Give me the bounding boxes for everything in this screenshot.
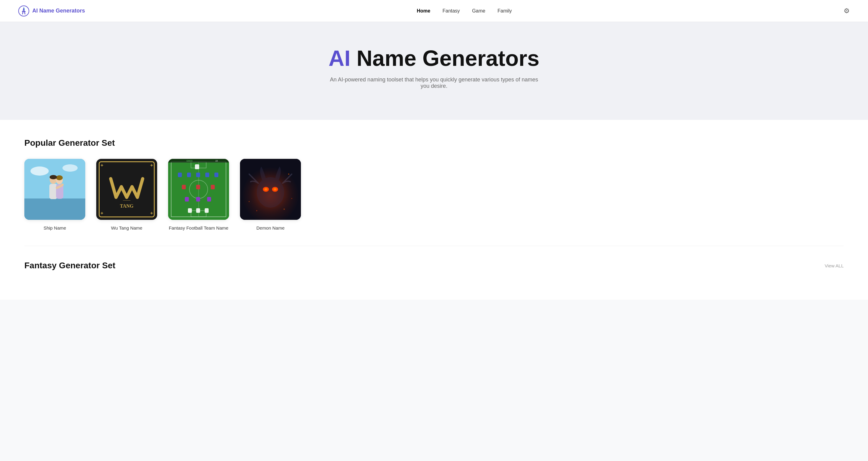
wutang-corner-tl: ✦: [100, 163, 104, 168]
svg-text:15: 15: [215, 160, 218, 162]
demon-glow-effect: [240, 159, 301, 220]
card-wutang-label: Wu Tang Name: [111, 225, 143, 231]
main-content: Popular Generator Set: [0, 120, 868, 300]
view-all-link[interactable]: View ALL: [825, 263, 844, 268]
wutang-corner-tr: ✦: [150, 163, 154, 168]
svg-point-11: [50, 175, 57, 179]
fantasy-section-title: Fantasy Generator Set: [24, 261, 116, 270]
popular-section-header: Popular Generator Set: [24, 138, 844, 148]
card-fantasy-football[interactable]: GW15 15 Fantasy Football Team Name: [168, 159, 229, 231]
card-fantasy-football-image-wrapper: GW15 15: [168, 159, 229, 220]
card-ship-label: Ship Name: [43, 225, 66, 231]
card-ship-image-wrapper: [24, 159, 85, 220]
section-divider: [24, 246, 844, 246]
svg-rect-34: [205, 208, 209, 213]
logo-link[interactable]: AI Name Generators: [18, 5, 85, 17]
fantasy-field-svg: GW15 15: [168, 159, 229, 220]
fantasy-section-header: Fantasy Generator Set View ALL: [24, 261, 844, 270]
card-wutang-image-wrapper: TANG —— ✦ ✦ ✦ ✦: [96, 159, 157, 220]
wutang-border-decoration: [99, 161, 155, 218]
svg-rect-23: [196, 173, 200, 177]
nav-item-game[interactable]: Game: [472, 8, 486, 13]
svg-rect-22: [187, 173, 191, 177]
svg-rect-20: [195, 164, 199, 169]
nav-item-family[interactable]: Family: [497, 8, 512, 13]
popular-cards-grid: Ship Name TANG —— ✦: [24, 159, 844, 231]
svg-rect-35: [168, 159, 229, 163]
hero-title-rest: Name Generators: [350, 46, 539, 70]
settings-icon[interactable]: ⚙: [844, 7, 850, 15]
hero-title-ai: AI: [329, 46, 350, 70]
svg-text:GW15: GW15: [186, 160, 192, 162]
svg-rect-24: [205, 173, 209, 177]
svg-rect-32: [188, 208, 192, 213]
svg-rect-30: [196, 197, 200, 202]
card-demon-image-wrapper: [240, 159, 301, 220]
svg-rect-28: [211, 185, 215, 189]
logo-icon: [18, 5, 29, 17]
card-ship-image: [24, 159, 85, 220]
svg-rect-27: [196, 185, 200, 189]
nav-item-fantasy[interactable]: Fantasy: [442, 8, 460, 13]
hero-section: AI Name Generators An AI-powered naming …: [0, 22, 868, 120]
nav-item-home[interactable]: Home: [417, 8, 430, 13]
svg-point-10: [56, 175, 63, 180]
card-demon[interactable]: Demon Name: [240, 159, 301, 231]
hero-subtitle: An AI-powered naming toolset that helps …: [328, 77, 540, 89]
svg-point-4: [62, 164, 78, 172]
card-demon-image: [240, 159, 301, 220]
svg-rect-31: [207, 197, 211, 202]
svg-rect-21: [178, 173, 182, 177]
card-wutang[interactable]: TANG —— ✦ ✦ ✦ ✦ Wu Tang Name: [96, 159, 157, 231]
wutang-corner-br: ✦: [150, 210, 154, 216]
svg-rect-29: [185, 197, 189, 202]
svg-rect-33: [196, 208, 200, 213]
svg-rect-25: [214, 173, 218, 177]
card-fantasy-football-image: GW15 15: [168, 159, 229, 220]
card-ship[interactable]: Ship Name: [24, 159, 85, 231]
couple-illustration: [24, 159, 85, 220]
card-wutang-image: TANG —— ✦ ✦ ✦ ✦: [96, 159, 157, 220]
navigation: AI Name Generators Home Fantasy Game Fam…: [0, 0, 868, 22]
svg-point-3: [30, 167, 49, 176]
svg-rect-2: [24, 199, 85, 220]
nav-links: Home Fantasy Game Family: [417, 8, 512, 14]
hero-title: AI Name Generators: [6, 46, 862, 70]
popular-section-title: Popular Generator Set: [24, 138, 115, 148]
card-demon-label: Demon Name: [256, 225, 285, 231]
svg-rect-26: [182, 185, 186, 189]
wutang-corner-bl: ✦: [100, 210, 104, 216]
card-fantasy-football-label: Fantasy Football Team Name: [169, 225, 228, 231]
logo-text: AI Name Generators: [32, 8, 85, 14]
